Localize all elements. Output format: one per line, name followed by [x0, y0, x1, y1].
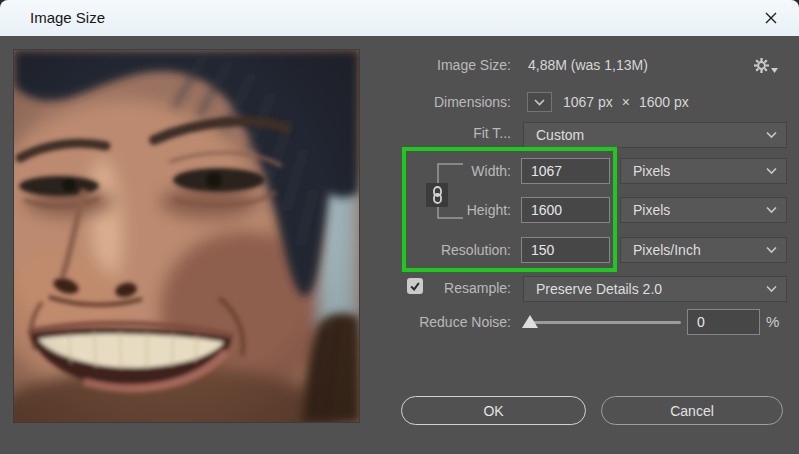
- dimensions-value: 1067 px × 1600 px: [563, 94, 689, 110]
- image-size-value: 4,88M (was 1,13M): [528, 57, 648, 73]
- dimensions-times: ×: [622, 94, 630, 110]
- resample-value: Preserve Details 2.0: [524, 281, 662, 297]
- width-input[interactable]: [521, 158, 610, 184]
- fit-to-value: Custom: [524, 127, 584, 143]
- ok-button-label: OK: [483, 403, 503, 419]
- chevron-down-icon: [766, 168, 777, 175]
- cancel-button[interactable]: Cancel: [601, 396, 783, 425]
- preview-photo: [14, 50, 359, 422]
- reduce-noise-input[interactable]: [687, 309, 760, 335]
- ok-button[interactable]: OK: [401, 396, 586, 425]
- width-label: Width:: [471, 163, 511, 179]
- height-label: Height:: [467, 202, 511, 218]
- reduce-noise-slider-track[interactable]: [528, 321, 681, 324]
- checkmark-icon: [409, 280, 421, 292]
- settings-button[interactable]: [753, 54, 779, 76]
- resample-dropdown[interactable]: Preserve Details 2.0: [523, 276, 787, 302]
- chevron-down-icon: [766, 132, 777, 139]
- resolution-label: Resolution:: [441, 242, 511, 258]
- resolution-unit-value: Pixels/Inch: [621, 242, 701, 258]
- link-dimensions-toggle[interactable]: [426, 183, 448, 207]
- height-unit-value: Pixels: [621, 202, 670, 218]
- chevron-down-icon: [766, 247, 777, 254]
- chevron-down-icon: [766, 286, 777, 293]
- close-button[interactable]: [759, 8, 783, 28]
- resolution-unit-dropdown[interactable]: Pixels/Inch: [620, 237, 787, 263]
- reduce-noise-label: Reduce Noise:: [419, 314, 511, 330]
- image-preview: [13, 49, 360, 423]
- width-unit-value: Pixels: [621, 163, 670, 179]
- dimensions-width: 1067 px: [563, 94, 613, 110]
- dimensions-label: Dimensions:: [434, 94, 511, 110]
- image-size-dialog: Image Size: [0, 0, 799, 454]
- close-icon: [764, 11, 778, 25]
- gear-icon: [753, 57, 770, 74]
- reduce-noise-slider-thumb[interactable]: [522, 315, 538, 328]
- fit-to-dropdown[interactable]: Custom: [523, 122, 787, 148]
- percent-label: %: [766, 313, 779, 330]
- chevron-down-icon: [534, 99, 545, 106]
- width-unit-dropdown[interactable]: Pixels: [620, 158, 787, 184]
- resolution-input[interactable]: [521, 237, 610, 263]
- dimensions-unit-button[interactable]: [527, 92, 552, 112]
- fit-to-label: Fit T...: [473, 125, 511, 141]
- dimensions-height: 1600 px: [639, 94, 689, 110]
- resample-label: Resample:: [444, 280, 511, 296]
- height-input[interactable]: [521, 197, 610, 223]
- chevron-down-icon: [766, 207, 777, 214]
- chain-link-icon: [432, 186, 443, 204]
- gear-menu-arrow-icon: [771, 68, 778, 73]
- image-size-label: Image Size:: [437, 57, 511, 73]
- titlebar: Image Size: [0, 0, 799, 36]
- cancel-button-label: Cancel: [670, 403, 714, 419]
- dialog-title: Image Size: [30, 9, 105, 26]
- resample-checkbox[interactable]: [407, 278, 423, 294]
- height-unit-dropdown[interactable]: Pixels: [620, 197, 787, 223]
